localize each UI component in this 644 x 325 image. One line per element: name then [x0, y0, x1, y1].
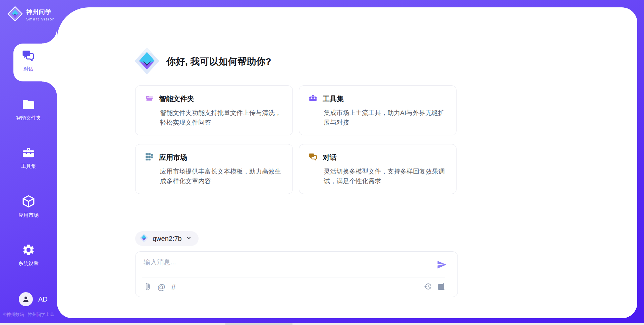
- card-chat[interactable]: 对话 灵活切换多模型文件，支持多样回复效果调试，满足个性化需求: [299, 144, 457, 194]
- horizontal-scrollbar[interactable]: [0, 323, 644, 325]
- greeting-logo-icon: [133, 47, 160, 76]
- model-name: qwen2:7b: [153, 235, 182, 243]
- chat-icon: [309, 152, 317, 162]
- message-input[interactable]: [144, 258, 425, 275]
- send-icon[interactable]: [437, 260, 447, 271]
- card-description: 集成市场上主流工具，助力AI与外界无缝扩展与对接: [324, 108, 447, 128]
- user-initials: AD: [38, 296, 48, 303]
- card-title: 工具集: [323, 94, 344, 104]
- toolbox-icon: [309, 94, 317, 104]
- sidebar-item-app-market[interactable]: 应用市场: [0, 194, 57, 218]
- model-selector[interactable]: qwen2:7b: [135, 231, 199, 246]
- sidebar-item-toolkit[interactable]: 工具集: [0, 146, 57, 170]
- attach-file-icon[interactable]: [144, 282, 152, 292]
- sidebar-item-chat[interactable]: 对话: [0, 49, 57, 72]
- card-description: 灵活切换多模型文件，支持多样回复效果调试，满足个性化需求: [324, 167, 447, 186]
- card-title: 智能文件夹: [159, 94, 194, 104]
- hashtag-icon[interactable]: #: [171, 283, 175, 291]
- chat-icon: [22, 49, 35, 62]
- mention-icon[interactable]: @: [157, 283, 165, 291]
- chat-bubble-icon[interactable]: [437, 282, 445, 292]
- cube-icon: [21, 194, 36, 208]
- card-toolkit[interactable]: 工具集 集成市场上主流工具，助力AI与外界无缝扩展与对接: [299, 85, 457, 135]
- card-title: 对话: [323, 153, 337, 162]
- chevron-down-icon: [186, 235, 192, 242]
- grid-icon: [145, 152, 154, 162]
- greeting-header: 你好, 我可以如何帮助你?: [133, 47, 271, 76]
- sidebar-item-label: 工具集: [21, 163, 36, 170]
- toolbox-icon: [22, 146, 35, 159]
- copyright-text: ©神州数码 · 神州问学出品: [3, 312, 54, 318]
- history-icon[interactable]: [424, 282, 432, 292]
- greeting-title: 你好, 我可以如何帮助你?: [166, 55, 271, 68]
- card-smart-folder[interactable]: 智能文件夹 智能文件夹功能支持批量文件上传与清洗，轻松实现文件问答: [135, 85, 293, 135]
- sidebar-item-smart-folder[interactable]: 智能文件夹: [0, 98, 57, 121]
- app-subtitle: Smart Vision: [26, 17, 55, 21]
- message-composer: @ #: [135, 251, 458, 297]
- sidebar-item-label: 应用市场: [18, 212, 39, 218]
- sidebar-item-settings[interactable]: 系统设置: [0, 243, 57, 267]
- sidebar-item-label: 系统设置: [18, 260, 39, 267]
- sidebar: 神州问学 Smart Vision 对话 智能文件夹: [0, 0, 57, 325]
- brand-diamond-icon: [7, 6, 23, 23]
- avatar: [19, 292, 33, 306]
- gear-icon: [22, 243, 35, 257]
- card-title: 应用市场: [159, 153, 187, 162]
- card-app-market[interactable]: 应用市场 应用市场提供丰富长文本模板，助力高效生成多样化文章内容: [135, 144, 293, 194]
- card-description: 应用市场提供丰富长文本模板，助力高效生成多样化文章内容: [160, 167, 284, 186]
- card-description: 智能文件夹功能支持批量文件上传与清洗，轻松实现文件问答: [160, 108, 284, 128]
- sidebar-item-label: 智能文件夹: [16, 115, 41, 121]
- folder-open-icon: [145, 94, 154, 104]
- sidebar-item-label: 对话: [23, 66, 34, 72]
- folder-icon: [22, 98, 35, 111]
- model-diamond-icon: [139, 233, 149, 244]
- scrollbar-thumb[interactable]: [225, 323, 292, 325]
- feature-cards: 智能文件夹 智能文件夹功能支持批量文件上传与清洗，轻松实现文件问答 工具集 集成…: [135, 85, 458, 194]
- brand-logo: 神州问学 Smart Vision: [7, 6, 55, 23]
- app-title: 神州问学: [26, 8, 55, 16]
- user-profile[interactable]: AD: [19, 292, 48, 306]
